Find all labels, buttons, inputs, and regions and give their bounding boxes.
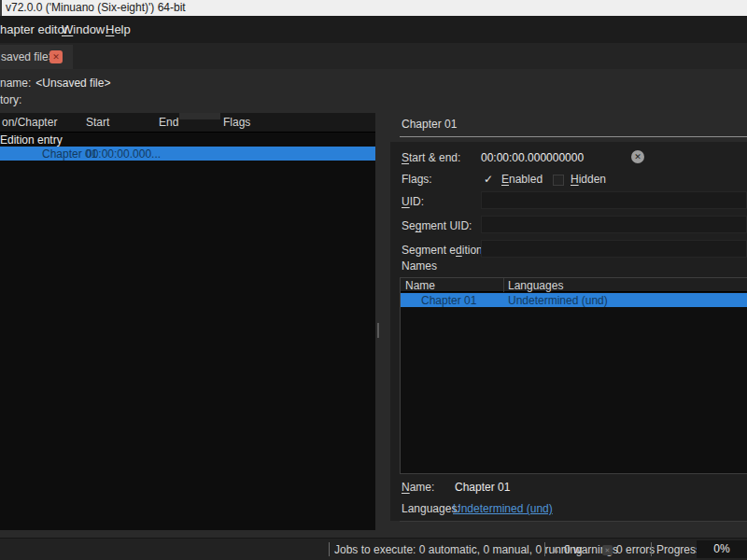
hidden-checkbox-label[interactable]: Hidden [571, 173, 606, 186]
statusbar-divider [329, 542, 330, 556]
languages-link[interactable]: Undetermined (und) [453, 502, 553, 515]
tabbar: saved file> ✕ [0, 43, 747, 69]
tab-unsaved-file[interactable]: saved file> ✕ [0, 45, 73, 69]
segment-edition-uid-input[interactable] [481, 240, 747, 258]
chapter-editor-panel: Chapter 01 Start & end: 00:00:00.0000000… [383, 110, 747, 532]
start-end-input[interactable]: 00:00:00.000000000 [481, 151, 584, 164]
warning-icon: ▲ [551, 544, 560, 554]
names-col-name[interactable]: Name [405, 279, 435, 292]
col-end[interactable]: End [159, 116, 178, 129]
name-input[interactable]: Chapter 01 [455, 481, 510, 494]
editor-title-divider [400, 136, 747, 137]
progress-bar: 0% [697, 540, 747, 558]
statusbar: Jobs to execute: 0 automatic, 0 manual, … [0, 538, 747, 560]
names-col-divider [503, 278, 504, 292]
enabled-check-icon[interactable]: ✓ [484, 173, 493, 186]
chapter-start-time: 00:00:00.000... [86, 147, 161, 161]
start-end-label: Start & end: [402, 151, 460, 164]
splitter-handle-icon [377, 323, 379, 338]
segment-uid-input[interactable] [481, 216, 747, 233]
names-section-label: Names [402, 259, 437, 273]
menu-window[interactable]: Window [62, 16, 105, 43]
editor-bottom-divider [400, 521, 747, 522]
file-name-value: <Unsaved file> [35, 77, 110, 90]
uid-label: UID: [402, 195, 424, 208]
errors-count: 0 errors [616, 543, 655, 556]
names-table[interactable]: Name Languages Chapter 01 Undetermined (… [400, 277, 747, 474]
directory-label: tory: [0, 93, 21, 106]
statusbar-divider [544, 542, 545, 556]
statusbar-divider [651, 542, 652, 556]
file-info: name:<Unsaved file> tory: [0, 69, 747, 110]
panel-splitter[interactable] [375, 110, 383, 532]
col-edition-chapter[interactable]: on/Chapter [2, 116, 57, 129]
clear-start-end-icon[interactable]: ✕ [631, 150, 644, 163]
menubar: hapter editor Window Help [0, 16, 747, 43]
edition-label: Edition entry [0, 133, 63, 147]
file-name-row: name:<Unsaved file> [0, 77, 110, 90]
menu-help[interactable]: Help [106, 16, 131, 43]
names-col-languages[interactable]: Languages [508, 279, 563, 292]
mkvtoolnix-window: v72.0.0 ('Minuano (Six-eight)') 64-bit h… [0, 0, 747, 560]
col-start[interactable]: Start [86, 116, 109, 129]
segment-uid-label: Segment UID: [402, 219, 472, 232]
titlebar: v72.0.0 ('Minuano (Six-eight)') 64-bit [0, 0, 747, 16]
names-row-selected[interactable]: Chapter 01 Undetermined (und) [401, 293, 747, 307]
tree-row-chapter-selected[interactable]: Chapter 01 00:00:00.000... [0, 147, 375, 161]
tree-row-edition[interactable]: Edition entry [0, 133, 375, 147]
names-table-header: Name Languages [401, 278, 747, 292]
enabled-checkbox-label[interactable]: Enabled [501, 173, 543, 186]
window-left-edge [0, 0, 2, 16]
chapter-tree[interactable]: on/Chapter Start End Flags Edition entry… [0, 113, 375, 530]
window-title: v72.0.0 ('Minuano (Six-eight)') 64-bit [6, 0, 186, 16]
tree-header: on/Chapter Start End Flags [0, 113, 375, 133]
name-field-label: Name: [402, 481, 434, 494]
flags-label: Flags: [402, 173, 432, 186]
editor-section-title: Chapter 01 [402, 118, 457, 131]
errors-icon: ✕ [602, 545, 613, 555]
column-resize-highlight [179, 113, 220, 119]
file-name-label: name: [0, 77, 31, 90]
languages-field-label: Languages: [402, 502, 460, 515]
directory-row: tory: [0, 93, 21, 106]
uid-input[interactable] [481, 191, 747, 209]
col-flags[interactable]: Flags [223, 116, 250, 129]
tab-label: saved file> [1, 50, 55, 63]
names-row-languages: Undetermined (und) [508, 294, 608, 307]
menu-chapter-editor[interactable]: hapter editor [0, 16, 68, 43]
tab-close-icon[interactable]: ✕ [49, 50, 63, 63]
names-row-name: Chapter 01 [421, 294, 476, 307]
hidden-checkbox[interactable] [553, 175, 564, 186]
